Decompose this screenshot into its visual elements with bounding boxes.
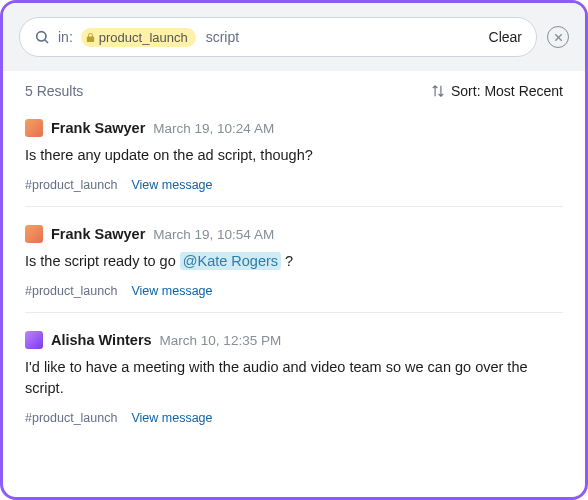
timestamp: March 19, 10:24 AM [153,121,274,136]
search-input[interactable]: in: product_launch script Clear [19,17,537,57]
avatar [25,119,43,137]
view-message-link[interactable]: View message [131,178,212,192]
author-name: Alisha Winters [51,332,152,348]
channel-token-label: product_launch [99,30,188,45]
results-count: 5 Results [25,83,83,99]
result-footer: #product_launchView message [25,178,563,192]
avatar [25,331,43,349]
search-icon [34,29,50,45]
view-message-link[interactable]: View message [131,411,212,425]
search-bar-area: in: product_launch script Clear [3,3,585,71]
sort-dropdown[interactable]: Sort: Most Recent [431,83,563,99]
close-icon [553,32,564,43]
result-header: Alisha WintersMarch 10, 12:35 PM [25,331,563,349]
sort-label: Sort: Most Recent [451,83,563,99]
avatar [25,225,43,243]
lock-icon [85,32,96,43]
result-footer: #product_launchView message [25,284,563,298]
user-mention[interactable]: @Kate Rogers [180,252,281,270]
timestamp: March 19, 10:54 AM [153,227,274,242]
search-query-text: script [204,29,481,45]
channel-tag[interactable]: #product_launch [25,178,117,192]
sort-icon [431,84,445,98]
svg-line-1 [45,40,48,43]
message-text: I'd like to have a meeting with the audi… [25,357,563,399]
view-message-link[interactable]: View message [131,284,212,298]
results-list: Frank SawyerMarch 19, 10:24 AMIs there a… [3,103,585,439]
channel-token[interactable]: product_launch [81,28,196,47]
message-text: Is the script ready to go @Kate Rogers ? [25,251,563,272]
search-filter-prefix: in: [58,29,73,45]
close-button[interactable] [547,26,569,48]
result-item: Frank SawyerMarch 19, 10:54 AMIs the scr… [25,206,563,312]
result-footer: #product_launchView message [25,411,563,425]
author-name: Frank Sawyer [51,120,145,136]
channel-tag[interactable]: #product_launch [25,411,117,425]
clear-button[interactable]: Clear [489,29,522,45]
timestamp: March 10, 12:35 PM [160,333,282,348]
result-header: Frank SawyerMarch 19, 10:54 AM [25,225,563,243]
result-item: Alisha WintersMarch 10, 12:35 PMI'd like… [25,312,563,439]
channel-tag[interactable]: #product_launch [25,284,117,298]
svg-point-0 [37,32,46,41]
result-item: Frank SawyerMarch 19, 10:24 AMIs there a… [25,103,563,206]
author-name: Frank Sawyer [51,226,145,242]
result-header: Frank SawyerMarch 19, 10:24 AM [25,119,563,137]
message-text: Is there any update on the ad script, th… [25,145,563,166]
results-meta: 5 Results Sort: Most Recent [3,71,585,103]
search-results-panel: in: product_launch script Clear 5 Result… [0,0,588,500]
